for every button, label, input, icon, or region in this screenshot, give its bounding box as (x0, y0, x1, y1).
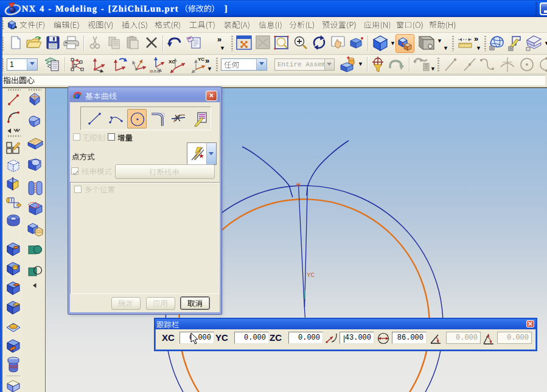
svg-text:(0,0,0): (0,0,0) (150, 69, 160, 73)
svg-text:YC: YC (198, 57, 204, 62)
svg-text:YC: YC (307, 271, 315, 279)
svg-text:XC: XC (169, 59, 175, 65)
